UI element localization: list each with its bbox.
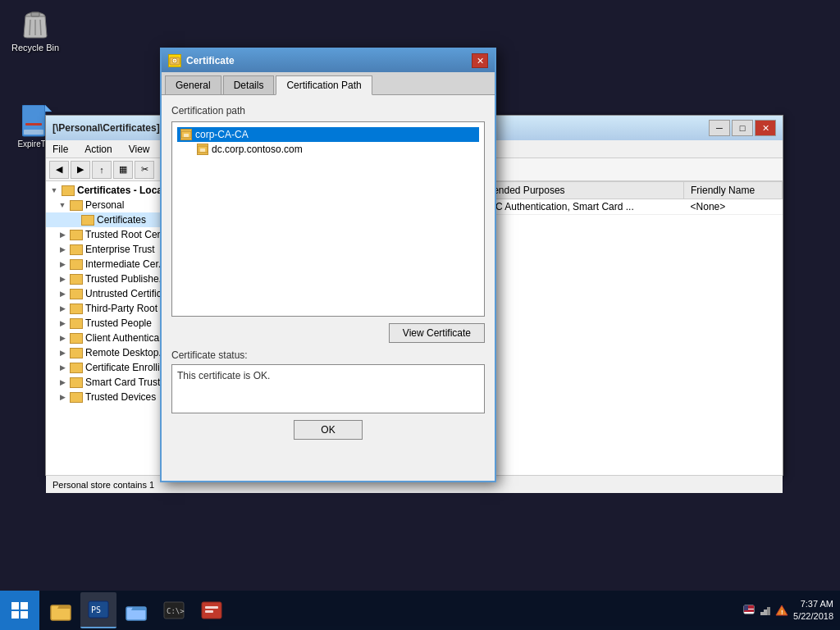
svg-rect-36 [767, 607, 770, 615]
toolbar-export-btn[interactable]: ✂ [135, 161, 154, 179]
mmc-minimize-btn[interactable]: ─ [709, 120, 730, 136]
cert-status-box: This certificate is OK. [171, 364, 485, 413]
svg-rect-9 [24, 130, 43, 135]
svg-text:!: ! [781, 609, 783, 616]
svg-rect-4 [31, 12, 39, 16]
clock-date: 5/22/2018 [793, 610, 833, 623]
recycle-bin-label: Recycle Bin [11, 43, 59, 52]
tab-details[interactable]: Details [223, 75, 275, 94]
view-certificate-btn[interactable]: View Certificate [389, 323, 485, 343]
taskbar-powershell[interactable]: PS [80, 592, 116, 628]
toolbar-forward-btn[interactable]: ▶ [71, 161, 90, 179]
menu-file[interactable]: File [49, 142, 71, 157]
mmc-title-controls: ─ □ ✕ [709, 120, 776, 136]
cert-path-child-item[interactable]: dc.corp.contoso.com [194, 142, 479, 157]
svg-text:C:\>: C:\> [167, 607, 185, 615]
recycle-bin-icon[interactable]: Recycle Bin [7, 7, 64, 52]
tab-general[interactable]: General [165, 75, 221, 94]
cert-status-label: Certificate status: [171, 349, 485, 361]
toolbar-view-btn[interactable]: ▦ [113, 161, 133, 179]
svg-rect-34 [760, 612, 764, 615]
tab-certification-path[interactable]: Certification Path [276, 75, 372, 95]
taskbar-folder[interactable] [118, 592, 154, 628]
cert-child-label: dc.corp.contoso.com [212, 144, 303, 155]
cert-ok-btn[interactable]: OK [294, 420, 362, 440]
toolbar-up-btn[interactable]: ↑ [92, 161, 112, 179]
cert-path-box: corp-CA-CA dc.corp.contoso.com [171, 121, 485, 317]
cert-child-icon [197, 144, 208, 155]
statusbar-text: Personal store contains 1 [52, 480, 154, 490]
cert-dialog-title: Certificate [186, 55, 235, 66]
cert-path-root-item[interactable]: corp-CA-CA [177, 127, 479, 142]
svg-line-1 [30, 20, 30, 35]
taskbar: PS C:\> [0, 591, 840, 630]
cert-root-icon [180, 129, 192, 140]
cert-title-icon [168, 54, 181, 67]
taskbar-right: ! 7:37 AM 5/22/2018 [736, 598, 840, 623]
desktop: Recycle Bin ExpireTe... [\Personal\Certi… [0, 0, 840, 591]
taskbar-clock: 7:37 AM 5/22/2018 [793, 598, 833, 623]
menu-view[interactable]: View [126, 142, 153, 157]
svg-rect-29 [205, 610, 213, 613]
mmc-title: [\Personal\Certificates] [52, 122, 160, 134]
mmc-maximize-btn[interactable]: □ [732, 120, 753, 136]
cert-titlebar: Certificate ✕ [162, 49, 495, 72]
cert-body: Certification path corp-CA-CA [162, 95, 495, 453]
cert-tabs: General Details Certification Path [162, 72, 495, 95]
tray-flag-icon[interactable] [742, 604, 756, 617]
taskbar-cmd[interactable]: C:\> [156, 592, 192, 628]
mmc-close-btn[interactable]: ✕ [755, 120, 776, 136]
cert-close-btn[interactable]: ✕ [472, 53, 488, 68]
taskbar-items: PS C:\> [39, 592, 736, 628]
taskbar-tools[interactable] [194, 592, 230, 628]
cert-root-label: corp-CA-CA [195, 129, 249, 140]
cert-status-text: This certificate is OK. [177, 370, 270, 381]
cert-footer: OK [171, 413, 485, 443]
svg-rect-33 [744, 605, 748, 610]
svg-rect-19 [11, 611, 19, 619]
col-intended-purposes[interactable]: Intended Purposes [475, 182, 683, 199]
taskbar-file-explorer[interactable] [43, 592, 79, 628]
taskbar-tray: ! [742, 604, 788, 617]
svg-text:PS: PS [91, 605, 101, 614]
svg-rect-28 [205, 606, 218, 609]
toolbar-back-btn[interactable]: ◀ [49, 161, 69, 179]
col-friendly-name[interactable]: Friendly Name [684, 182, 783, 199]
svg-line-3 [40, 20, 41, 35]
svg-rect-18 [21, 602, 28, 609]
tray-network-icon[interactable] [759, 604, 772, 617]
svg-rect-20 [21, 611, 28, 619]
svg-rect-14 [184, 134, 189, 137]
svg-rect-17 [11, 602, 19, 609]
svg-rect-8 [25, 123, 42, 126]
cert-path-label: Certification path [171, 105, 485, 116]
menu-action[interactable]: Action [81, 142, 115, 157]
svg-point-12 [174, 60, 176, 62]
svg-rect-35 [764, 609, 767, 615]
certificate-dialog: Certificate ✕ General Details Certificat… [160, 48, 496, 482]
start-button[interactable] [0, 591, 39, 630]
svg-rect-16 [200, 148, 205, 152]
tray-warning-icon[interactable]: ! [775, 604, 788, 617]
clock-time: 7:37 AM [793, 598, 833, 610]
